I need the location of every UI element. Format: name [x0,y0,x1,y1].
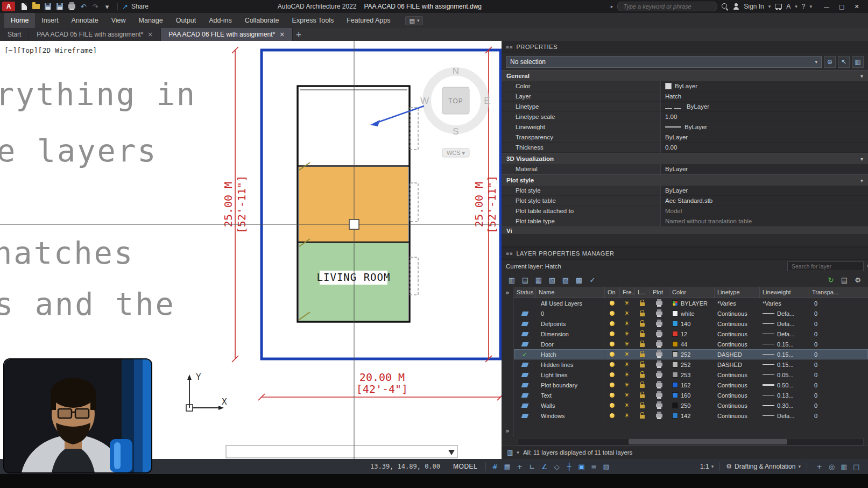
layer-on-toggle[interactable] [604,298,619,308]
new-property-filter-button[interactable]: ▥ [507,275,517,285]
layer-plot-toggle[interactable] [650,411,669,421]
graphics-performance-button[interactable]: ▥ [838,461,850,472]
layer-settings-button[interactable]: ⚙ [853,275,863,285]
layer-transparency[interactable]: 0 [809,308,868,319]
properties-section-3d-visualization[interactable]: 3D Visualization▾ [502,153,868,164]
layer-on-toggle[interactable] [604,390,619,400]
layer-color[interactable]: 44 [669,339,714,349]
layer-lock-toggle[interactable] [634,411,650,421]
layer-freeze-toggle[interactable]: ☀ [619,380,634,390]
snap-toggle[interactable]: ▦ [501,461,513,472]
property-value[interactable]: Aec Standard.stb [661,196,868,206]
layer-color[interactable]: 250 [669,400,714,411]
viewport-controls[interactable]: [−][Top][2D Wireframe] [4,46,97,54]
property-value[interactable]: ByLayer [661,164,868,174]
selection-dropdown[interactable]: No selection ▾ [506,56,822,68]
layer-lineweight[interactable]: 0.15... [759,339,809,349]
layer-row-windows[interactable]: Windows☀142ContinuousDefa...0 [514,411,868,421]
view-cube[interactable]: TOP N W E S WCS ▾ [420,66,490,157]
layer-lock-toggle[interactable] [634,400,650,411]
layer-linetype[interactable]: DASHED [714,359,759,370]
properties-section-plot-style[interactable]: Plot style▾ [502,174,868,186]
layer-on-toggle[interactable] [604,349,619,359]
layer-row-hatch[interactable]: ✓Hatch☀252DASHED0.15...0 [514,349,868,359]
search-input[interactable] [622,3,712,10]
compass-south[interactable]: S [453,126,458,137]
layer-freeze-toggle[interactable]: ☀ [619,329,634,339]
open-file-button[interactable] [30,1,42,12]
ribbon-tab-view[interactable]: View [105,13,132,28]
layer-freeze-toggle[interactable]: ☀ [619,359,634,370]
column-header-lineweight[interactable]: Lineweight [759,287,809,298]
autocad-logo[interactable]: A [2,2,15,11]
ribbon-tab-collaborate[interactable]: Collaborate [238,13,286,28]
layer-lineweight[interactable]: *Varies [759,298,809,308]
dynamic-input-toggle[interactable]: + [513,461,526,472]
layer-color[interactable]: 142 [669,411,714,421]
model-space-button[interactable]: MODEL [448,463,483,470]
maximize-button[interactable]: □ [835,1,849,12]
layer-plot-toggle[interactable] [650,298,669,308]
compass-north[interactable]: N [453,66,459,76]
property-value[interactable]: Hatch [661,91,868,102]
scrollbar-thumb[interactable] [629,439,787,444]
ribbon-tab-output[interactable]: Output [170,13,203,28]
workspace-switcher[interactable]: ⚙ Drafting & Annotation ▾ [726,463,801,470]
column-header-color[interactable]: Color [669,287,714,298]
layer-lock-toggle[interactable] [634,329,650,339]
chevron-down-icon[interactable]: ▾ [860,73,863,79]
plot-button[interactable] [66,1,77,12]
clean-screen-button[interactable]: □ [850,461,863,472]
layer-name[interactable]: All Used Layers [535,298,604,308]
file-tab-start[interactable]: Start [0,28,29,41]
layer-linetype[interactable]: Continuous [714,411,759,421]
lineweight-toggle[interactable]: ≣ [588,461,600,472]
set-current-layer-button[interactable]: ✓ [588,275,597,285]
layer-lock-toggle[interactable] [634,380,650,390]
layer-color[interactable]: 12 [669,329,714,339]
ribbon-tab-annotate[interactable]: Annotate [65,13,105,28]
pickadd-toggle-button[interactable]: ⊕ [824,56,836,68]
layer-on-toggle[interactable] [604,308,619,319]
quick-select-button[interactable]: ▥ [852,56,864,68]
redo-button[interactable]: ↷ [89,1,101,12]
annotation-scale-button[interactable]: 1:1 ▾ [700,463,714,470]
properties-section-vi[interactable]: Vi [502,227,868,234]
layer-on-toggle[interactable] [604,319,619,329]
layer-name[interactable]: Door [535,339,604,349]
property-value[interactable]: Model [661,206,868,216]
layer-name[interactable]: Dimension [535,329,604,339]
new-tab-button[interactable]: + [293,28,305,41]
autodesk-app-icon[interactable]: A [786,3,791,10]
sign-in-caret-icon[interactable]: ▾ [768,4,771,9]
layer-plot-toggle[interactable] [650,400,669,411]
ortho-toggle[interactable]: ∟ [526,461,538,472]
select-objects-button[interactable]: ↖ [838,56,850,68]
layer-lock-toggle[interactable] [634,370,650,380]
horizontal-scrollbar[interactable] [518,438,864,445]
help-caret-icon[interactable]: ▾ [809,4,812,9]
column-header-on[interactable]: On [604,287,619,298]
property-value[interactable]: 1.00 [661,112,868,122]
save-as-button[interactable] [54,1,66,12]
layer-transparency[interactable]: 0 [809,400,868,411]
column-header-l[interactable]: L... [634,287,650,298]
save-button[interactable] [42,1,54,12]
layer-linetype[interactable]: Continuous [714,329,759,339]
layer-lock-toggle[interactable] [634,390,650,400]
layer-row-light-lines[interactable]: Light lines☀253Continuous0.05...0 [514,370,868,380]
customization-button[interactable]: + [813,461,825,472]
cart-icon[interactable] [775,3,782,10]
transparency-toggle[interactable]: ▨ [600,461,612,472]
layer-freeze-toggle[interactable]: ☀ [619,298,634,308]
layer-color[interactable]: white [669,308,714,319]
minimize-button[interactable]: — [820,1,834,12]
layer-color[interactable]: 253 [669,370,714,380]
layer-transparency[interactable]: 0 [809,411,868,421]
layer-linetype[interactable]: Continuous [714,319,759,329]
layer-plot-toggle[interactable] [650,390,669,400]
ribbon-tab-insert[interactable]: Insert [35,13,65,28]
layer-row-walls[interactable]: Walls☀250Continuous0.30...0 [514,400,868,411]
layer-lineweight[interactable]: 0.05... [759,370,809,380]
new-layer-button[interactable]: ▧ [547,275,557,285]
